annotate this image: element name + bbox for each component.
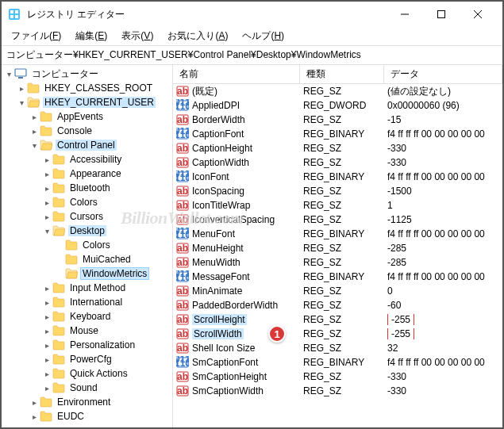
tree-node[interactable]: ▸ Personalization: [2, 338, 172, 352]
list-row[interactable]: CaptionFont REG_BINARY f4 ff ff ff 00 00…: [173, 127, 502, 141]
tree-node[interactable]: ▸ Appearance: [2, 167, 172, 181]
column-name[interactable]: 名前: [173, 65, 300, 83]
tree-node[interactable]: ▸ Colors: [2, 195, 172, 209]
tree-node[interactable]: ▾ HKEY_CURRENT_USER: [2, 95, 172, 109]
expand-icon[interactable]: ▸: [41, 341, 52, 350]
expand-icon[interactable]: ▾: [3, 70, 14, 79]
list-row[interactable]: MessageFont REG_BINARY f4 ff ff ff 00 00…: [173, 270, 502, 284]
tree-node[interactable]: ▸ Keyboard: [2, 309, 172, 324]
tree-node[interactable]: ▸ Accessibility: [2, 152, 172, 167]
tree-node[interactable]: ▸ Bluetooth: [2, 181, 172, 195]
value-data: -330: [384, 157, 502, 168]
value-type: REG_SZ: [300, 157, 384, 168]
tree-node[interactable]: ▸ PowerCfg: [2, 352, 172, 366]
menu-fav[interactable]: お気に入り(A): [161, 28, 234, 44]
expand-icon[interactable]: ▸: [29, 113, 40, 121]
expand-icon[interactable]: ▸: [41, 170, 52, 178]
expand-icon[interactable]: ▸: [41, 284, 52, 293]
tree-node[interactable]: ▸ Cursors: [2, 209, 172, 224]
list-row[interactable]: (既定) REG_SZ (値の設定なし): [173, 84, 502, 98]
tree-node[interactable]: ▾ Control Panel: [2, 138, 172, 152]
value-type: REG_SZ: [300, 385, 384, 396]
expand-icon[interactable]: ▸: [41, 298, 52, 307]
menu-file[interactable]: ファイル(F): [5, 28, 67, 44]
value-data: -330: [384, 371, 502, 382]
close-button[interactable]: [460, 2, 496, 27]
list-row[interactable]: SmCaptionFont REG_BINARY f4 ff ff ff 00 …: [173, 355, 502, 370]
expand-icon[interactable]: ▸: [29, 412, 40, 421]
expand-icon[interactable]: ▸: [41, 355, 52, 364]
tree-node[interactable]: WindowMetrics: [2, 266, 172, 281]
list-row[interactable]: IconFont REG_BINARY f4 ff ff ff 00 00 00…: [173, 170, 502, 184]
value-name: (既定): [192, 85, 217, 98]
address-bar[interactable]: コンピューター¥HKEY_CURRENT_USER¥Control Panel¥…: [2, 46, 502, 65]
value-name: PaddedBorderWidth: [192, 300, 278, 311]
list-row[interactable]: SmCaptionWidth REG_SZ -330: [173, 384, 502, 398]
column-type[interactable]: 種類: [300, 65, 384, 83]
expand-icon[interactable]: ▸: [41, 327, 52, 335]
list-row[interactable]: Shell Icon Size REG_SZ 32: [173, 341, 502, 355]
expand-icon[interactable]: ▾: [29, 141, 40, 150]
tree-node[interactable]: ▾ Desktop: [2, 224, 172, 238]
list-row[interactable]: CaptionWidth REG_SZ -330: [173, 155, 502, 170]
tree-node[interactable]: ▸ Console: [2, 124, 172, 138]
expand-icon[interactable]: ▸: [29, 127, 40, 136]
titlebar[interactable]: レジストリ エディター: [2, 2, 502, 27]
list-row[interactable]: ScrollWidth 1 REG_SZ -255: [173, 327, 502, 341]
value-type: REG_SZ: [300, 200, 384, 211]
list-row[interactable]: MenuWidth REG_SZ -285: [173, 255, 502, 270]
value-sz-icon: [176, 285, 189, 297]
expand-icon[interactable]: ▸: [41, 184, 52, 193]
column-data[interactable]: データ: [384, 65, 502, 83]
tree-node[interactable]: ▸ EUDC: [2, 409, 172, 423]
tree-node[interactable]: ▸ International: [2, 295, 172, 309]
value-sz-icon: [176, 327, 189, 340]
list-row[interactable]: ScrollHeight REG_SZ -255: [173, 312, 502, 327]
list-row[interactable]: MenuHeight REG_SZ -285: [173, 241, 502, 255]
tree-node[interactable]: Colors: [2, 238, 172, 252]
menu-edit[interactable]: 編集(E): [69, 28, 113, 44]
tree-node[interactable]: ▸ Quick Actions: [2, 366, 172, 381]
value-type: REG_SZ: [300, 257, 384, 268]
value-type: REG_SZ: [300, 300, 384, 311]
expand-icon[interactable]: ▾: [41, 227, 52, 236]
list-row[interactable]: BorderWidth REG_SZ -15: [173, 113, 502, 127]
list-row[interactable]: AppliedDPI REG_DWORD 0x00000060 (96): [173, 98, 502, 113]
value-type: REG_SZ: [300, 371, 384, 382]
expand-icon[interactable]: ▸: [41, 370, 52, 378]
tree-node[interactable]: ▸ AppEvents: [2, 109, 172, 124]
expand-icon[interactable]: ▸: [41, 198, 52, 207]
list-row[interactable]: IconSpacing REG_SZ -1500: [173, 184, 502, 198]
expand-icon[interactable]: ▸: [41, 312, 52, 321]
tree-label: Bluetooth: [68, 182, 112, 193]
folder-icon: [52, 154, 65, 165]
list-row[interactable]: SmCaptionHeight REG_SZ -330: [173, 370, 502, 384]
value-data: -285: [384, 257, 502, 268]
list-row[interactable]: MenuFont REG_BINARY f4 ff ff ff 00 00 00…: [173, 227, 502, 241]
expand-icon[interactable]: ▸: [41, 155, 52, 164]
tree-node[interactable]: ▸ HKEY_CLASSES_ROOT: [2, 81, 172, 95]
expand-icon[interactable]: ▾: [16, 98, 27, 107]
maximize-button[interactable]: [423, 2, 460, 27]
tree-node[interactable]: ▸ Sound: [2, 381, 172, 395]
tree-node[interactable]: MuiCached: [2, 252, 172, 266]
tree-node[interactable]: ▸ Input Method: [2, 281, 172, 295]
menu-help[interactable]: ヘルプ(H): [236, 28, 290, 44]
expand-icon[interactable]: ▸: [16, 84, 27, 93]
menu-view[interactable]: 表示(V): [115, 28, 160, 44]
list-row[interactable]: IconverticalSpacing REG_SZ -1125: [173, 213, 502, 227]
list-row[interactable]: PaddedBorderWidth REG_SZ -60: [173, 298, 502, 312]
expand-icon[interactable]: ▸: [41, 384, 52, 393]
minimize-button[interactable]: [387, 2, 423, 27]
folder-icon: [40, 140, 52, 151]
tree-node[interactable]: ▾ コンピューター: [2, 67, 172, 81]
tree-node[interactable]: ▸ Environment: [2, 395, 172, 409]
expand-icon[interactable]: ▸: [41, 213, 52, 221]
list-row[interactable]: CaptionHeight REG_SZ -330: [173, 141, 502, 155]
list-row[interactable]: IconTitleWrap REG_SZ 1: [173, 198, 502, 213]
list-view[interactable]: 名前 種類 データ (既定) REG_SZ (値の設定なし) AppliedDP…: [173, 65, 502, 427]
tree-view[interactable]: ▾ コンピューター ▸ HKEY_CLASSES_ROOT ▾ HKEY_CUR…: [2, 65, 173, 427]
list-row[interactable]: MinAnimate REG_SZ 0: [173, 284, 502, 298]
tree-node[interactable]: ▸ Mouse: [2, 324, 172, 338]
expand-icon[interactable]: ▸: [29, 398, 40, 407]
